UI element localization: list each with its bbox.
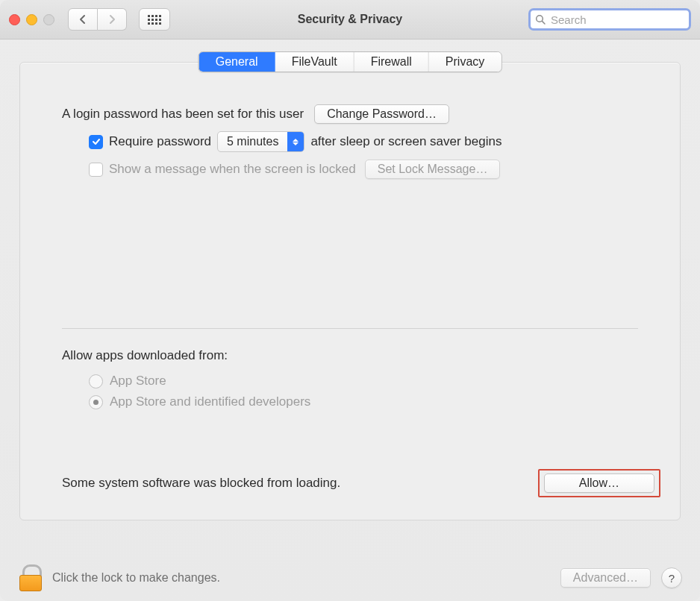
- general-tab-content: A login password has been set for this u…: [20, 63, 680, 409]
- window-controls: [9, 14, 54, 25]
- blocked-software-text: Some system software was blocked from lo…: [62, 476, 340, 491]
- minimize-window-button[interactable]: [26, 14, 37, 25]
- require-password-label: Require password: [109, 134, 211, 149]
- chevron-left-icon: [79, 14, 87, 25]
- lock-hint-text: Click the lock to make changes.: [52, 571, 220, 585]
- tab-general[interactable]: General: [199, 52, 275, 72]
- lock-icon[interactable]: [18, 564, 42, 591]
- help-button[interactable]: ?: [661, 567, 682, 588]
- preferences-panel: General FileVault Firewall Privacy A log…: [19, 62, 681, 520]
- grid-icon: [148, 15, 161, 25]
- radio-app-store-label: App Store: [110, 374, 166, 388]
- search-input[interactable]: [549, 13, 684, 27]
- radio-identified-developers: [89, 395, 103, 409]
- radio-identified-developers-label: App Store and identified developers: [110, 394, 310, 409]
- section-divider: [62, 328, 638, 329]
- require-password-delay-value: 5 minutes: [218, 135, 287, 148]
- titlebar: Security & Privacy: [0, 0, 700, 40]
- footer: Click the lock to make changes. Advanced…: [0, 555, 700, 601]
- tab-filevault[interactable]: FileVault: [275, 52, 354, 72]
- allow-button[interactable]: Allow…: [544, 473, 654, 493]
- search-icon: [535, 14, 546, 25]
- show-all-button[interactable]: [139, 8, 170, 31]
- nav-buttons: [68, 8, 127, 31]
- tab-bar: General FileVault Firewall Privacy: [199, 51, 502, 72]
- forward-button: [98, 8, 127, 31]
- allow-apps-title: Allow apps downloaded from:: [62, 348, 638, 363]
- close-window-button[interactable]: [9, 14, 20, 25]
- advanced-button: Advanced…: [560, 568, 651, 588]
- require-password-checkbox[interactable]: [89, 135, 103, 149]
- checkmark-icon: [92, 137, 101, 146]
- radio-app-store: [89, 374, 103, 388]
- change-password-button[interactable]: Change Password…: [314, 104, 449, 124]
- security-privacy-window: Security & Privacy General FileVault Fir…: [0, 0, 700, 601]
- tab-firewall[interactable]: Firewall: [354, 52, 429, 72]
- show-lock-message-checkbox: [89, 163, 103, 177]
- tab-privacy[interactable]: Privacy: [429, 52, 501, 72]
- search-field[interactable]: [528, 8, 691, 31]
- stepper-arrows-icon: [287, 132, 304, 151]
- back-button[interactable]: [68, 8, 98, 31]
- svg-line-1: [542, 21, 545, 24]
- zoom-window-button: [43, 14, 54, 25]
- require-password-delay-select[interactable]: 5 minutes: [217, 131, 304, 152]
- chevron-right-icon: [108, 14, 116, 25]
- login-password-text: A login password has been set for this u…: [62, 107, 304, 122]
- require-password-suffix: after sleep or screen saver begins: [310, 134, 501, 149]
- allow-button-highlight: Allow…: [538, 469, 660, 497]
- show-lock-message-label: Show a message when the screen is locked: [109, 162, 356, 177]
- set-lock-message-button: Set Lock Message…: [365, 160, 501, 179]
